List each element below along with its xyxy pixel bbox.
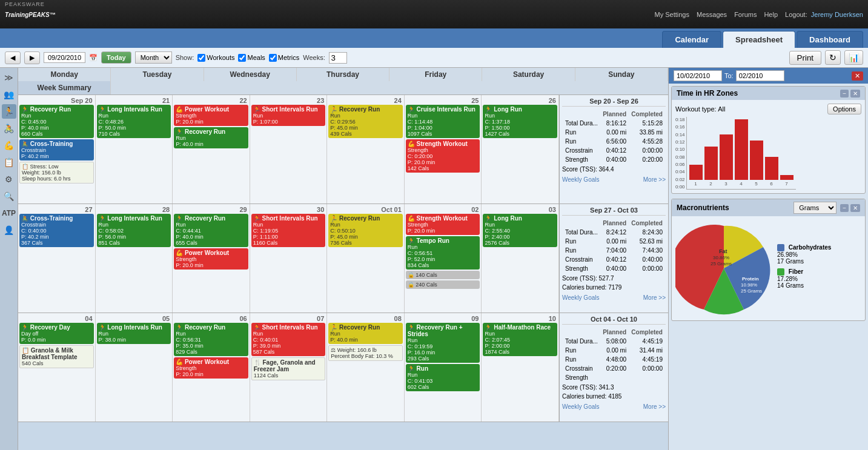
cal-cell-oct02[interactable]: 02 💪 Strength Workout StrengthP: 20.0 mi… xyxy=(405,204,482,313)
my-settings-link[interactable]: My Settings xyxy=(655,11,689,18)
event-tempo-run-oct02[interactable]: 🏃 Tempo Run RunC: 0:56:51P: 52.0 min834 … xyxy=(406,236,480,270)
prev-button[interactable]: ◀ xyxy=(5,51,21,64)
event-stress-sep20[interactable]: 📋 Stress: LowWeight: 156.0 lbSleep hours… xyxy=(19,162,94,184)
sidebar-search-icon[interactable]: 🔍 xyxy=(2,189,16,203)
event-recovery-run-sep24[interactable]: 🏃 Recovery Run RunC: 0:29:56P: 45.0 min4… xyxy=(328,105,403,138)
event-short-intervals-oct07[interactable]: 🏃 Short Intervals Run RunC: 0:40:01P: 39… xyxy=(251,323,326,356)
weekly-goals-2[interactable]: Weekly Goals xyxy=(562,294,600,301)
event-long-run-sep26[interactable]: 🏃 Long Run RunC: 1:37:18P: 1:50:001427 C… xyxy=(483,105,557,138)
cal-cell-oct04[interactable]: 04 🏃 Recovery Day Day offP: 0.0 min 📋 Gr… xyxy=(18,313,96,422)
weeks-input[interactable] xyxy=(329,52,347,64)
messages-link[interactable]: Messages xyxy=(697,11,727,18)
event-fage-oct07[interactable]: 🍴 Fage, Granola and Freezer Jam 1124 Cal… xyxy=(251,357,326,380)
cal-cell-sep23[interactable]: 23 🏃 Short Intervals Run RunP: 1:07:00 xyxy=(250,95,328,203)
cal-cell-sep21[interactable]: 21 🏃 Long Intervals Run RunC: 0:48:26P: … xyxy=(96,95,173,203)
hr-zones-minimize-button[interactable]: − xyxy=(840,90,849,98)
more-link-3[interactable]: More >> xyxy=(643,403,666,410)
event-strength-workout-oct02[interactable]: 💪 Strength Workout StrengthP: 20.0 min xyxy=(406,214,480,235)
event-long-intervals-sep21[interactable]: 🏃 Long Intervals Run RunC: 0:48:26P: 50.… xyxy=(97,105,171,138)
workouts-checkbox[interactable] xyxy=(197,54,205,62)
sidebar-bike-icon[interactable]: 🚴 xyxy=(2,121,16,136)
event-cross-training-sep27[interactable]: 🚴 Cross-Training CrosstrainC: 0:40:00P: … xyxy=(19,214,94,247)
event-run-oct09[interactable]: 🏃 Run RunC: 0:41:03602 Cals xyxy=(406,364,480,391)
cal-cell-sep26[interactable]: 26 🏃 Long Run RunC: 1:37:18P: 1:50:00142… xyxy=(482,95,559,203)
event-recovery-strides-oct09[interactable]: 🏃 Recovery Run + Strides RunC: 0:19:59P:… xyxy=(406,323,480,363)
more-link-1[interactable]: More >> xyxy=(643,176,666,183)
forums-link[interactable]: Forums xyxy=(734,11,757,18)
event-recovery-run-sep20[interactable]: 🏃 Recovery Run RunC: 0:45:00P: 40.0 min6… xyxy=(19,105,94,138)
sidebar-strength-icon[interactable]: 💪 xyxy=(2,138,16,153)
meals-checkbox[interactable] xyxy=(238,54,246,62)
cal-cell-oct06[interactable]: 06 🏃 Recovery Run RunC: 0:56:31P: 35.0 m… xyxy=(173,313,250,422)
event-recovery-run-sep29[interactable]: 🏃 Recovery Run RunC: 0:44:41P: 40.0 min6… xyxy=(174,214,248,247)
today-button[interactable]: Today xyxy=(101,51,131,64)
sidebar-profile-icon[interactable]: 👤 xyxy=(2,223,16,237)
event-strength-workout-sep25[interactable]: 💪 Strength Workout StrengthC: 0:20:00P: … xyxy=(406,139,480,173)
tab-spreadsheet[interactable]: Spreadsheet xyxy=(723,31,795,48)
event-locked1-oct02[interactable]: 🔒 140 Cals xyxy=(406,271,480,279)
sidebar-athletes-icon[interactable]: 👥 xyxy=(2,87,16,102)
cal-cell-oct01[interactable]: Oct 01 🏃 Recovery Run RunC: 0:50:10P: 45… xyxy=(327,204,405,313)
sidebar-notes-icon[interactable]: 📋 xyxy=(2,155,16,170)
event-long-intervals-sep28[interactable]: 🏃 Long Intervals Run RunC: 0:58:02P: 56.… xyxy=(97,214,171,247)
event-short-intervals-sep23[interactable]: 🏃 Short Intervals Run RunP: 1:07:00 xyxy=(251,105,326,126)
event-power-workout-oct06[interactable]: 💪 Power Workout StrengthP: 20.0 min xyxy=(174,357,248,379)
macro-minimize-button[interactable]: − xyxy=(840,204,849,212)
event-recovery-run-sep22[interactable]: 🏃 Recovery Run RunP: 40.0 min xyxy=(174,127,248,148)
event-locked2-oct02[interactable]: 🔒 240 Cals xyxy=(406,280,480,289)
refresh-button[interactable]: ↻ xyxy=(825,50,841,65)
event-power-workout-sep29[interactable]: 💪 Power Workout StrengthP: 20.0 min xyxy=(174,248,248,270)
event-recovery-day-oct04[interactable]: 🏃 Recovery Day Day offP: 0.0 min xyxy=(19,323,94,344)
macro-unit-select[interactable]: Grams Calories Percent xyxy=(793,202,837,214)
tab-calendar[interactable]: Calendar xyxy=(662,31,721,48)
cal-cell-sep28[interactable]: 28 🏃 Long Intervals Run RunC: 0:58:02P: … xyxy=(96,204,173,313)
event-weight-oct08[interactable]: ⚖ Weight: 160.6 lbPercent Body Fat: 10.3… xyxy=(328,345,403,361)
event-power-workout-sep22[interactable]: 💪 Power Workout StrengthP: 20.0 min xyxy=(174,105,248,126)
print-button[interactable]: Print xyxy=(789,51,821,65)
tab-dashboard[interactable]: Dashboard xyxy=(797,31,863,48)
cal-cell-sep25[interactable]: 25 🏃 Cruise Intervals Run RunC: 1:14:48P… xyxy=(405,95,482,203)
event-recovery-run-oct08[interactable]: 🏃 Recovery Run RunP: 40.0 min xyxy=(328,323,403,344)
next-button[interactable]: ▶ xyxy=(24,51,40,64)
cal-cell-oct07[interactable]: 07 🏃 Short Intervals Run RunC: 0:40:01P:… xyxy=(250,313,328,422)
cal-cell-oct08[interactable]: 08 🏃 Recovery Run RunP: 40.0 min ⚖ Weigh… xyxy=(327,313,405,422)
right-panel-close-button[interactable]: ✕ xyxy=(852,71,863,81)
cal-cell-sep24[interactable]: 24 🏃 Recovery Run RunC: 0:29:56P: 45.0 m… xyxy=(327,95,405,203)
event-granola-oct04[interactable]: 📋 Granola & Milk Breakfast Template 540 … xyxy=(19,345,94,368)
more-link-2[interactable]: More >> xyxy=(643,294,666,301)
cal-cell-oct05[interactable]: 05 🏃 Long Intervals Run RunP: 38.0 min xyxy=(96,313,173,422)
weekly-goals-3[interactable]: Weekly Goals xyxy=(562,403,600,410)
event-recovery-run-oct06[interactable]: 🏃 Recovery Run RunC: 0:56:31P: 35.0 min8… xyxy=(174,323,248,356)
cal-cell-sep30[interactable]: 30 🏃 Short Intervals Run RunC: 1:19:05P:… xyxy=(250,204,328,313)
hr-zones-close-button[interactable]: ✕ xyxy=(850,90,860,98)
sidebar-atp-icon[interactable]: ATP xyxy=(2,206,16,220)
view-select[interactable]: Month Week Day xyxy=(135,51,172,64)
to-date-input[interactable] xyxy=(736,70,784,81)
help-link[interactable]: Help xyxy=(764,11,778,18)
from-date-input[interactable] xyxy=(674,70,722,81)
sidebar-collapse-icon[interactable]: ≫ xyxy=(2,70,16,85)
sidebar-settings-icon[interactable]: ⚙ xyxy=(2,172,16,187)
cal-cell-sep20[interactable]: Sep 20 🏃 Recovery Run RunC: 0:45:00P: 40… xyxy=(18,95,96,203)
cal-cell-sep27[interactable]: 27 🚴 Cross-Training CrosstrainC: 0:40:00… xyxy=(18,204,96,313)
meals-checkbox-label[interactable]: Meals xyxy=(238,54,265,62)
cal-cell-sep29[interactable]: 29 🏃 Recovery Run RunC: 0:44:41P: 40.0 m… xyxy=(173,204,250,313)
event-short-intervals-sep30[interactable]: 🏃 Short Intervals Run RunC: 1:19:05P: 1:… xyxy=(251,214,326,247)
cal-cell-oct09[interactable]: 09 🏃 Recovery Run + Strides RunC: 0:19:5… xyxy=(405,313,482,422)
event-cruise-intervals-sep25[interactable]: 🏃 Cruise Intervals Run RunC: 1:14:48P: 1… xyxy=(406,105,480,138)
metrics-checkbox[interactable] xyxy=(269,54,277,62)
workouts-checkbox-label[interactable]: Workouts xyxy=(197,54,234,62)
metrics-checkbox-label[interactable]: Metrics xyxy=(269,54,299,62)
user-link[interactable]: Jeremy Duerksen xyxy=(811,11,863,18)
chart-button[interactable]: 📊 xyxy=(844,50,863,65)
weekly-goals-1[interactable]: Weekly Goals xyxy=(562,176,600,183)
cal-cell-oct03[interactable]: 03 🏃 Long Run RunC: 2:55:40P: 2:40:00257… xyxy=(482,204,559,313)
macro-close-button[interactable]: ✕ xyxy=(850,204,860,212)
cal-cell-sep22[interactable]: 22 💪 Power Workout StrengthP: 20.0 min 🏃… xyxy=(173,95,250,203)
event-cross-training-sep20[interactable]: 🚴 Cross-Training CrosstrainP: 40.2 min xyxy=(19,139,94,160)
hr-zones-options-button[interactable]: Options xyxy=(827,104,861,114)
event-half-marathon-oct10[interactable]: 🏃 Half-Marathon Race RunC: 2:07:45P: 2:0… xyxy=(483,323,557,356)
sidebar-run-icon[interactable]: 🏃 xyxy=(2,104,16,119)
event-long-run-oct03[interactable]: 🏃 Long Run RunC: 2:55:40P: 2:40:002576 C… xyxy=(483,214,557,247)
event-recovery-run-oct01[interactable]: 🏃 Recovery Run RunC: 0:50:10P: 45.0 min7… xyxy=(328,214,403,247)
